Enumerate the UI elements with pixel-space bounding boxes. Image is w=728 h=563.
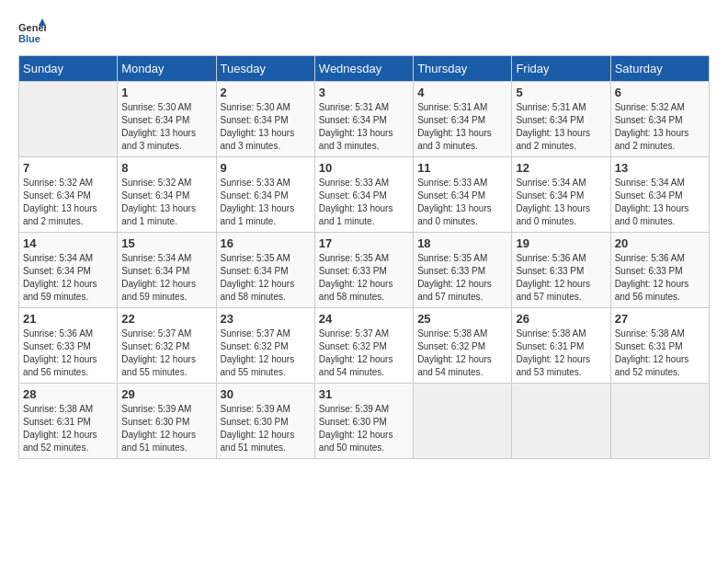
day-info: Sunrise: 5:35 AM Sunset: 6:34 PM Dayligh…: [221, 252, 311, 304]
week-row-2: 7Sunrise: 5:32 AM Sunset: 6:34 PM Daylig…: [19, 157, 710, 233]
day-number: 29: [121, 387, 211, 401]
day-info: Sunrise: 5:32 AM Sunset: 6:34 PM Dayligh…: [121, 177, 211, 228]
calendar-cell: [512, 384, 610, 459]
day-info: Sunrise: 5:33 AM Sunset: 6:34 PM Dayligh…: [319, 177, 409, 228]
day-number: 24: [319, 312, 409, 326]
day-info: Sunrise: 5:31 AM Sunset: 6:34 PM Dayligh…: [516, 101, 606, 153]
day-info: Sunrise: 5:32 AM Sunset: 6:34 PM Dayligh…: [615, 101, 705, 153]
day-number: 31: [319, 387, 409, 401]
calendar-cell: 24Sunrise: 5:37 AM Sunset: 6:32 PM Dayli…: [314, 308, 413, 384]
day-number: 16: [221, 236, 311, 250]
calendar-cell: [414, 384, 512, 459]
calendar-cell: 6Sunrise: 5:32 AM Sunset: 6:34 PM Daylig…: [610, 82, 709, 157]
day-number: 7: [23, 161, 113, 175]
col-header-thursday: Thursday: [414, 56, 512, 82]
day-info: Sunrise: 5:37 AM Sunset: 6:32 PM Dayligh…: [319, 327, 409, 379]
day-info: Sunrise: 5:39 AM Sunset: 6:30 PM Dayligh…: [319, 403, 409, 454]
day-number: 1: [121, 86, 211, 99]
calendar-cell: 20Sunrise: 5:36 AM Sunset: 6:33 PM Dayli…: [610, 233, 709, 308]
day-number: 21: [23, 312, 113, 326]
week-row-1: 1Sunrise: 5:30 AM Sunset: 6:34 PM Daylig…: [19, 82, 710, 157]
calendar-cell: 3Sunrise: 5:31 AM Sunset: 6:34 PM Daylig…: [314, 82, 413, 157]
day-info: Sunrise: 5:38 AM Sunset: 6:31 PM Dayligh…: [516, 327, 606, 379]
col-header-saturday: Saturday: [610, 56, 709, 82]
calendar-cell: 7Sunrise: 5:32 AM Sunset: 6:34 PM Daylig…: [19, 157, 118, 233]
day-info: Sunrise: 5:32 AM Sunset: 6:34 PM Dayligh…: [23, 177, 113, 228]
col-header-tuesday: Tuesday: [216, 56, 314, 82]
col-header-wednesday: Wednesday: [314, 56, 413, 82]
day-number: 12: [516, 161, 606, 175]
day-number: 3: [319, 86, 409, 99]
calendar-cell: 25Sunrise: 5:38 AM Sunset: 6:32 PM Dayli…: [414, 308, 512, 384]
day-info: Sunrise: 5:34 AM Sunset: 6:34 PM Dayligh…: [121, 252, 211, 304]
day-number: 11: [417, 161, 507, 175]
calendar-cell: 30Sunrise: 5:39 AM Sunset: 6:30 PM Dayli…: [216, 384, 314, 459]
logo: General Blue: [18, 18, 50, 46]
calendar-cell: 22Sunrise: 5:37 AM Sunset: 6:32 PM Dayli…: [118, 308, 216, 384]
day-number: 2: [221, 86, 311, 99]
calendar-cell: 4Sunrise: 5:31 AM Sunset: 6:34 PM Daylig…: [414, 82, 512, 157]
day-number: 27: [615, 312, 705, 326]
calendar-cell: 28Sunrise: 5:38 AM Sunset: 6:31 PM Dayli…: [19, 384, 118, 459]
day-number: 23: [221, 312, 311, 326]
day-number: 15: [121, 236, 211, 250]
day-number: 19: [516, 236, 606, 250]
col-header-friday: Friday: [512, 56, 610, 82]
calendar-cell: 10Sunrise: 5:33 AM Sunset: 6:34 PM Dayli…: [314, 157, 413, 233]
calendar-cell: 2Sunrise: 5:30 AM Sunset: 6:34 PM Daylig…: [216, 82, 314, 157]
day-info: Sunrise: 5:37 AM Sunset: 6:32 PM Dayligh…: [221, 327, 311, 379]
day-info: Sunrise: 5:35 AM Sunset: 6:33 PM Dayligh…: [417, 252, 507, 304]
calendar-cell: 12Sunrise: 5:34 AM Sunset: 6:34 PM Dayli…: [512, 157, 610, 233]
day-info: Sunrise: 5:38 AM Sunset: 6:32 PM Dayligh…: [417, 327, 507, 379]
day-number: 5: [516, 86, 606, 99]
calendar-cell: 11Sunrise: 5:33 AM Sunset: 6:34 PM Dayli…: [414, 157, 512, 233]
day-info: Sunrise: 5:34 AM Sunset: 6:34 PM Dayligh…: [23, 252, 113, 304]
day-info: Sunrise: 5:36 AM Sunset: 6:33 PM Dayligh…: [23, 327, 113, 379]
day-number: 26: [516, 312, 606, 326]
day-info: Sunrise: 5:33 AM Sunset: 6:34 PM Dayligh…: [417, 177, 507, 228]
calendar-cell: 14Sunrise: 5:34 AM Sunset: 6:34 PM Dayli…: [19, 233, 118, 308]
day-info: Sunrise: 5:30 AM Sunset: 6:34 PM Dayligh…: [121, 101, 211, 153]
calendar-cell: 29Sunrise: 5:39 AM Sunset: 6:30 PM Dayli…: [118, 384, 216, 459]
svg-text:Blue: Blue: [18, 33, 40, 44]
calendar-cell: [19, 82, 118, 157]
calendar-cell: [610, 384, 709, 459]
day-info: Sunrise: 5:37 AM Sunset: 6:32 PM Dayligh…: [121, 327, 211, 379]
week-row-3: 14Sunrise: 5:34 AM Sunset: 6:34 PM Dayli…: [19, 233, 710, 308]
day-info: Sunrise: 5:34 AM Sunset: 6:34 PM Dayligh…: [516, 177, 606, 228]
calendar-cell: 13Sunrise: 5:34 AM Sunset: 6:34 PM Dayli…: [610, 157, 709, 233]
day-info: Sunrise: 5:39 AM Sunset: 6:30 PM Dayligh…: [221, 403, 311, 454]
day-info: Sunrise: 5:38 AM Sunset: 6:31 PM Dayligh…: [23, 403, 113, 454]
page-header: General Blue: [18, 18, 710, 46]
day-number: 17: [319, 236, 409, 250]
day-info: Sunrise: 5:34 AM Sunset: 6:34 PM Dayligh…: [615, 177, 705, 228]
calendar-table: SundayMondayTuesdayWednesdayThursdayFrid…: [18, 55, 710, 459]
day-info: Sunrise: 5:39 AM Sunset: 6:30 PM Dayligh…: [121, 403, 211, 454]
week-row-4: 21Sunrise: 5:36 AM Sunset: 6:33 PM Dayli…: [19, 308, 710, 384]
calendar-cell: 8Sunrise: 5:32 AM Sunset: 6:34 PM Daylig…: [118, 157, 216, 233]
day-info: Sunrise: 5:38 AM Sunset: 6:31 PM Dayligh…: [615, 327, 705, 379]
day-info: Sunrise: 5:33 AM Sunset: 6:34 PM Dayligh…: [221, 177, 311, 228]
day-number: 18: [417, 236, 507, 250]
day-number: 14: [23, 236, 113, 250]
calendar-cell: 19Sunrise: 5:36 AM Sunset: 6:33 PM Dayli…: [512, 233, 610, 308]
day-number: 28: [23, 387, 113, 401]
calendar-cell: 27Sunrise: 5:38 AM Sunset: 6:31 PM Dayli…: [610, 308, 709, 384]
day-number: 9: [221, 161, 311, 175]
day-number: 8: [121, 161, 211, 175]
calendar-cell: 23Sunrise: 5:37 AM Sunset: 6:32 PM Dayli…: [216, 308, 314, 384]
calendar-cell: 17Sunrise: 5:35 AM Sunset: 6:33 PM Dayli…: [314, 233, 413, 308]
calendar-cell: 21Sunrise: 5:36 AM Sunset: 6:33 PM Dayli…: [19, 308, 118, 384]
day-number: 6: [615, 86, 705, 99]
col-header-monday: Monday: [118, 56, 216, 82]
day-info: Sunrise: 5:36 AM Sunset: 6:33 PM Dayligh…: [615, 252, 705, 304]
calendar-cell: 1Sunrise: 5:30 AM Sunset: 6:34 PM Daylig…: [118, 82, 216, 157]
day-info: Sunrise: 5:31 AM Sunset: 6:34 PM Dayligh…: [319, 101, 409, 153]
calendar-cell: 15Sunrise: 5:34 AM Sunset: 6:34 PM Dayli…: [118, 233, 216, 308]
calendar-cell: 9Sunrise: 5:33 AM Sunset: 6:34 PM Daylig…: [216, 157, 314, 233]
day-number: 25: [417, 312, 507, 326]
week-row-5: 28Sunrise: 5:38 AM Sunset: 6:31 PM Dayli…: [19, 384, 710, 459]
day-info: Sunrise: 5:35 AM Sunset: 6:33 PM Dayligh…: [319, 252, 409, 304]
day-info: Sunrise: 5:36 AM Sunset: 6:33 PM Dayligh…: [516, 252, 606, 304]
calendar-cell: 26Sunrise: 5:38 AM Sunset: 6:31 PM Dayli…: [512, 308, 610, 384]
